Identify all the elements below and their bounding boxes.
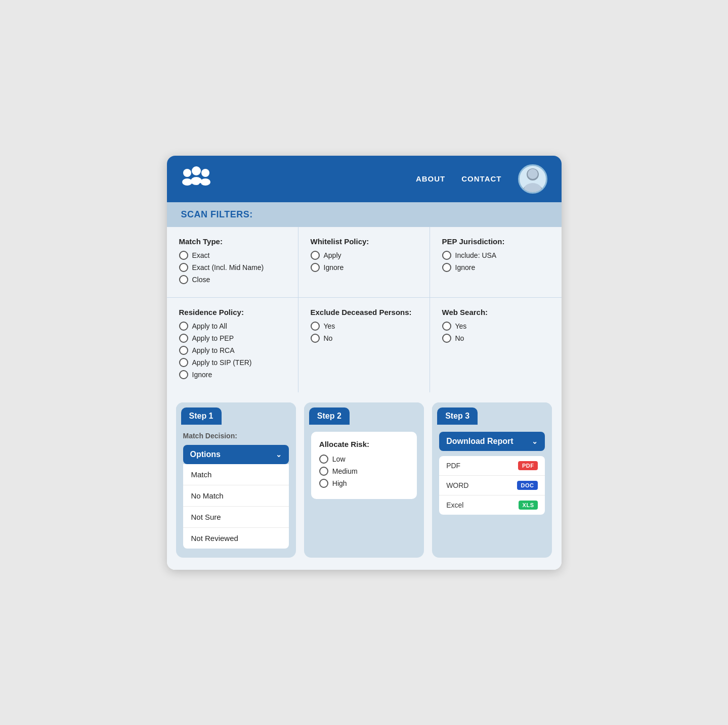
scan-filters-header: SCAN FILTERS: bbox=[167, 202, 562, 227]
radio-deceased-no[interactable] bbox=[311, 334, 320, 343]
option-not-reviewed[interactable]: Not Reviewed bbox=[183, 528, 289, 549]
chevron-down-icon: ⌄ bbox=[532, 437, 538, 445]
step3-header: Step 3 bbox=[437, 407, 478, 425]
exclude-deceased-no[interactable]: No bbox=[311, 334, 417, 343]
option-match[interactable]: Match bbox=[183, 464, 289, 485]
about-link[interactable]: ABOUT bbox=[416, 174, 445, 183]
svg-point-9 bbox=[524, 183, 541, 192]
chevron-down-icon: ⌄ bbox=[276, 450, 282, 459]
radio-res-sip[interactable] bbox=[179, 358, 188, 367]
radio-res-rca[interactable] bbox=[179, 346, 188, 355]
residence-policy-label: Residence Policy: bbox=[179, 308, 286, 316]
report-pdf[interactable]: PDF PDF bbox=[439, 456, 545, 476]
svg-point-5 bbox=[200, 178, 210, 186]
download-label: Download Report bbox=[446, 437, 513, 446]
residence-apply-pep[interactable]: Apply to PEP bbox=[179, 334, 286, 343]
download-report-btn[interactable]: Download Report ⌄ bbox=[439, 432, 545, 451]
radio-res-all[interactable] bbox=[179, 322, 188, 331]
report-excel-label: Excel bbox=[446, 501, 463, 509]
whitelist-ignore[interactable]: Ignore bbox=[311, 263, 417, 272]
radio-close[interactable] bbox=[179, 275, 188, 284]
scan-filters-title: SCAN FILTERS: bbox=[181, 209, 253, 219]
match-type-cell: Match Type: Exact Exact (Incl. Mid Name)… bbox=[167, 227, 298, 298]
app-container: ABOUT CONTACT SCAN FILTERS: Match Type: … bbox=[167, 156, 562, 570]
step1-subtitle: Match Decision: bbox=[183, 432, 289, 440]
allocate-box: Allocate Risk: Low Medium High bbox=[311, 432, 417, 499]
svg-point-1 bbox=[182, 178, 192, 186]
report-excel[interactable]: Excel XLS bbox=[439, 495, 545, 515]
residence-apply-rca[interactable]: Apply to RCA bbox=[179, 346, 286, 355]
option-not-sure[interactable]: Not Sure bbox=[183, 507, 289, 528]
residence-apply-sip[interactable]: Apply to SIP (TER) bbox=[179, 358, 286, 367]
radio-pep-include[interactable] bbox=[442, 251, 451, 260]
radio-exact[interactable] bbox=[179, 251, 188, 260]
svg-point-8 bbox=[528, 169, 538, 179]
radio-web-yes[interactable] bbox=[442, 322, 451, 331]
match-type-exact[interactable]: Exact bbox=[179, 251, 286, 260]
pep-include-usa[interactable]: Include: USA bbox=[442, 251, 549, 260]
radio-risk-low[interactable] bbox=[319, 455, 328, 464]
residence-ignore[interactable]: Ignore bbox=[179, 370, 286, 379]
step2-body: Allocate Risk: Low Medium High bbox=[304, 425, 424, 508]
match-type-close[interactable]: Close bbox=[179, 275, 286, 284]
allocate-title: Allocate Risk: bbox=[319, 440, 409, 448]
avatar-icon bbox=[521, 166, 544, 192]
radio-pep-ignore[interactable] bbox=[442, 263, 451, 272]
risk-medium[interactable]: Medium bbox=[319, 467, 409, 476]
user-avatar[interactable] bbox=[518, 164, 547, 194]
svg-point-0 bbox=[183, 169, 191, 177]
risk-low[interactable]: Low bbox=[319, 455, 409, 464]
report-list: PDF PDF WORD DOC Excel XLS bbox=[439, 456, 545, 515]
residence-policy-cell: Residence Policy: Apply to All Apply to … bbox=[167, 298, 298, 392]
match-type-label: Match Type: bbox=[179, 237, 286, 246]
doc-badge: DOC bbox=[517, 481, 538, 490]
radio-risk-high[interactable] bbox=[319, 479, 328, 488]
step2-header: Step 2 bbox=[309, 407, 350, 425]
logo-icon bbox=[181, 164, 211, 194]
header: ABOUT CONTACT bbox=[167, 156, 562, 202]
step3-body: Download Report ⌄ PDF PDF WORD DOC Excel… bbox=[432, 425, 552, 524]
residence-apply-all[interactable]: Apply to All bbox=[179, 322, 286, 331]
pep-jurisdiction-label: PEP Jurisdiction: bbox=[442, 237, 549, 246]
svg-point-4 bbox=[201, 169, 209, 177]
options-dropdown-btn[interactable]: Options ⌄ bbox=[183, 445, 289, 464]
logo bbox=[181, 164, 211, 194]
whitelist-policy-cell: Whitelist Policy: Apply Ignore bbox=[298, 227, 430, 298]
step2-card: Step 2 Allocate Risk: Low Medium High bbox=[304, 402, 424, 558]
pdf-badge: PDF bbox=[518, 461, 538, 470]
filters-grid: Match Type: Exact Exact (Incl. Mid Name)… bbox=[167, 227, 562, 392]
web-search-label: Web Search: bbox=[442, 308, 549, 316]
whitelist-policy-label: Whitelist Policy: bbox=[311, 237, 417, 246]
match-type-exact-mid[interactable]: Exact (Incl. Mid Name) bbox=[179, 263, 286, 272]
report-word[interactable]: WORD DOC bbox=[439, 476, 545, 495]
radio-exact-mid[interactable] bbox=[179, 263, 188, 272]
radio-web-no[interactable] bbox=[442, 334, 451, 343]
web-search-yes[interactable]: Yes bbox=[442, 322, 549, 331]
exclude-deceased-cell: Exclude Deceased Persons: Yes No bbox=[298, 298, 430, 392]
steps-section: Step 1 Match Decision: Options ⌄ Match N… bbox=[167, 392, 562, 570]
radio-whitelist-apply[interactable] bbox=[311, 251, 320, 260]
pep-jurisdiction-cell: PEP Jurisdiction: Include: USA Ignore bbox=[430, 227, 562, 298]
web-search-cell: Web Search: Yes No bbox=[430, 298, 562, 392]
radio-res-ignore[interactable] bbox=[179, 370, 188, 379]
radio-whitelist-ignore[interactable] bbox=[311, 263, 320, 272]
whitelist-apply[interactable]: Apply bbox=[311, 251, 417, 260]
exclude-deceased-yes[interactable]: Yes bbox=[311, 322, 417, 331]
dropdown-list: Match No Match Not Sure Not Reviewed bbox=[183, 464, 289, 549]
radio-deceased-yes[interactable] bbox=[311, 322, 320, 331]
web-search-no[interactable]: No bbox=[442, 334, 549, 343]
risk-high[interactable]: High bbox=[319, 479, 409, 488]
step1-body: Match Decision: Options ⌄ Match No Match… bbox=[176, 425, 296, 558]
svg-point-2 bbox=[192, 166, 201, 175]
pep-ignore[interactable]: Ignore bbox=[442, 263, 549, 272]
header-nav: ABOUT CONTACT bbox=[416, 164, 547, 194]
radio-risk-medium[interactable] bbox=[319, 467, 328, 476]
option-no-match[interactable]: No Match bbox=[183, 485, 289, 507]
report-pdf-label: PDF bbox=[446, 462, 460, 470]
xls-badge: XLS bbox=[519, 501, 538, 510]
report-word-label: WORD bbox=[446, 481, 468, 489]
dropdown-label: Options bbox=[190, 450, 221, 459]
exclude-deceased-label: Exclude Deceased Persons: bbox=[311, 308, 417, 316]
radio-res-pep[interactable] bbox=[179, 334, 188, 343]
contact-link[interactable]: CONTACT bbox=[461, 174, 501, 183]
